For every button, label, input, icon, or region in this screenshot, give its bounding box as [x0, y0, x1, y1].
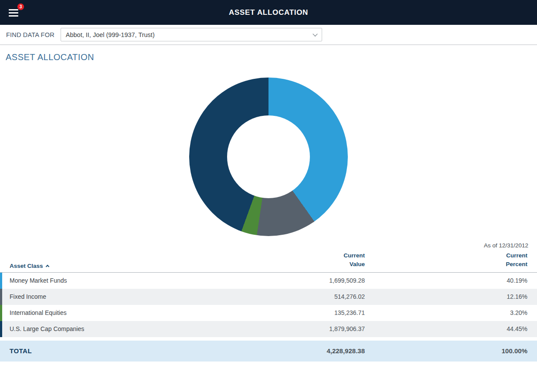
current-percent-cell: 3.20%: [374, 309, 537, 316]
notification-badge: 3: [17, 3, 24, 10]
asset-allocation-table: Asset Class Current Value Current Percen…: [0, 251, 537, 362]
asset-class-cell: U.S. Large Cap Companies: [0, 325, 218, 332]
current-value-cell: 514,276.02: [218, 293, 374, 300]
asset-color-chip: [0, 305, 2, 321]
donut-hole: [227, 115, 310, 198]
page-title: ASSET ALLOCATION: [6, 52, 537, 62]
chart-area: [0, 78, 537, 236]
as-of-date: As of 12/31/2012: [0, 242, 537, 249]
asset-allocation-donut-chart: [189, 78, 348, 236]
current-percent-cell: 12.16%: [374, 293, 537, 300]
table-body: Money Market Funds 1,699,509.28 40.19% F…: [0, 273, 537, 337]
account-select-value: Abbot, II, Joel (999-1937, Trust): [66, 31, 155, 38]
hamburger-menu-button[interactable]: 3: [6, 4, 24, 21]
asset-class-header-label: Asset Class: [10, 263, 43, 269]
account-select[interactable]: Abbot, II, Joel (999-1937, Trust): [61, 28, 322, 41]
current-value-cell: 1,879,906.37: [218, 325, 374, 332]
total-row: TOTAL 4,228,928.38 100.00%: [0, 341, 537, 362]
asset-class-cell: Fixed Income: [0, 293, 218, 300]
current-value-column-header[interactable]: Current Value: [218, 251, 374, 269]
table-row[interactable]: International Equities 135,236.71 3.20%: [0, 305, 537, 321]
current-percent-column-header[interactable]: Current Percent: [374, 251, 537, 269]
asset-class-cell: Money Market Funds: [0, 277, 218, 284]
table-row[interactable]: Fixed Income 514,276.02 12.16%: [0, 289, 537, 305]
sort-ascending-icon: [45, 265, 49, 268]
table-row[interactable]: U.S. Large Cap Companies 1,879,906.37 44…: [0, 321, 537, 337]
current-percent-cell: 44.45%: [374, 325, 537, 332]
main-content: ASSET ALLOCATION As of 12/31/2012 Asset …: [0, 52, 537, 362]
table-header-row: Asset Class Current Value Current Percen…: [0, 251, 537, 273]
asset-color-chip: [0, 289, 2, 305]
asset-class-cell: International Equities: [0, 309, 218, 316]
total-percent: 100.00%: [374, 347, 537, 355]
current-value-cell: 135,236.71: [218, 309, 374, 316]
chevron-down-icon: [313, 31, 317, 36]
current-value-cell: 1,699,509.28: [218, 277, 374, 284]
find-data-bar: FIND DATA FOR Abbot, II, Joel (999-1937,…: [0, 25, 537, 45]
asset-class-column-header[interactable]: Asset Class: [0, 263, 218, 269]
app-title: ASSET ALLOCATION: [229, 8, 308, 17]
app-header: 3 ASSET ALLOCATION: [0, 0, 537, 25]
total-label: TOTAL: [0, 347, 218, 355]
total-value: 4,228,928.38: [218, 347, 374, 355]
asset-color-chip: [0, 273, 2, 289]
asset-color-chip: [0, 321, 2, 337]
find-data-label: FIND DATA FOR: [6, 31, 54, 38]
table-row[interactable]: Money Market Funds 1,699,509.28 40.19%: [0, 273, 537, 289]
current-percent-cell: 40.19%: [374, 277, 537, 284]
